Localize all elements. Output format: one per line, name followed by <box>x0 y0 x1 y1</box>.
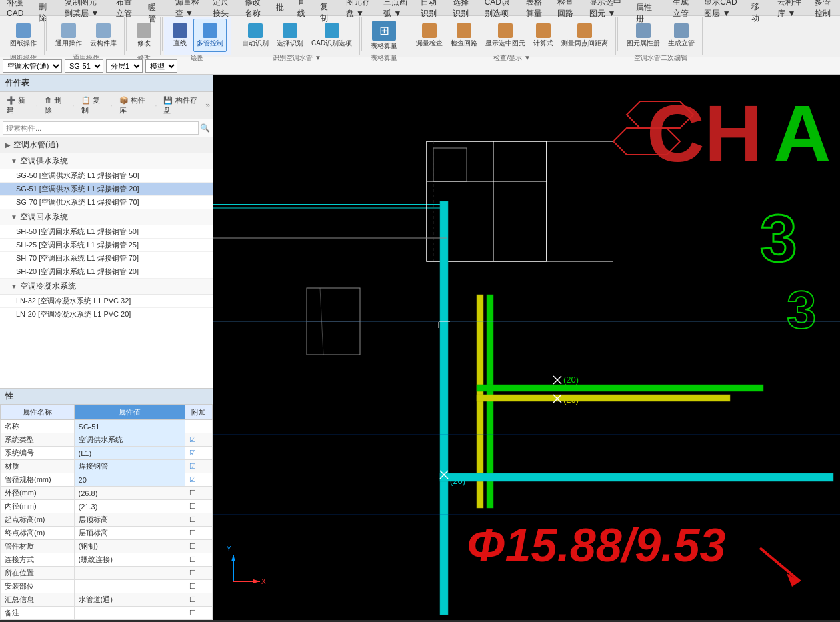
tb-btn-drawings[interactable]: 图纸操作 <box>7 19 40 52</box>
tree-item-sg50[interactable]: SG-50 [空调供水系统 L1 焊接钢管 50] <box>0 169 213 183</box>
prop-label-inner: 内径(mm) <box>1 500 75 513</box>
tb-btn-calc-expr[interactable]: 计算式 <box>530 19 557 52</box>
menu-buchang-cad[interactable]: 补强CAD <box>3 0 29 19</box>
btn-new[interactable]: ➕ 新建 <box>3 94 33 117</box>
menu-bar: 补强CAD C删除 复制图元到某层 ▼ 布置立管 冷暖管 漏量检查 ▼ 定尺接头… <box>0 0 840 16</box>
prop-value-notes[interactable] <box>74 607 185 620</box>
btn-component-lib[interactable]: 📦 构件库 <box>115 94 152 117</box>
tree-item-ln20[interactable]: LN-20 [空调冷凝水系统 L1 PVC 20] <box>0 308 213 321</box>
btn-copy[interactable]: 📋 复制 <box>77 94 108 117</box>
tree-item-sh25[interactable]: SH-25 [空调回水系统 L1 焊接钢管 25] <box>0 239 213 252</box>
sep4 <box>233 17 233 51</box>
toolbar-group-drawings: 图纸操作 图纸操作 <box>3 17 45 55</box>
prop-value-syscode[interactable]: (L1) <box>74 447 185 460</box>
prop-value-outer: (26.8) <box>74 487 185 500</box>
tb-btn-show-sel[interactable]: 显示选中图元 <box>482 19 529 52</box>
tb-btn-multipipe[interactable]: 多管控制 <box>193 19 227 52</box>
tree-cat-supply[interactable]: ▼ 空调供水系统 <box>0 153 213 169</box>
checkbox-material[interactable]: ☑ <box>189 462 196 470</box>
menu-multi-pipe[interactable]: 多管控制 <box>811 0 837 21</box>
prop-label-start-elev: 起点标高(m) <box>1 513 75 527</box>
prop-row-systype: 系统类型 空调供水系统 ☑ <box>1 433 213 447</box>
checkbox-end-elev[interactable]: ☐ <box>189 529 196 537</box>
panel-expand-btn[interactable]: » <box>205 101 210 110</box>
tree-item-sh50[interactable]: SH-50 [空调回水系统 L1 焊接钢管 50] <box>0 225 213 239</box>
checkbox-connect[interactable]: ☐ <box>189 555 196 563</box>
checkbox-start-elev[interactable]: ☐ <box>189 515 196 523</box>
tree-item-sg51[interactable]: SG-51 [空调供水系统 L1 焊接钢管 20] <box>0 183 213 196</box>
tree-cat-return-label: 空调回水系统 <box>20 211 68 223</box>
prop-value-material[interactable]: 焊接钢管 <box>74 460 185 473</box>
tb-btn-sel-rec[interactable]: 选择识别 <box>273 19 307 52</box>
prop-extra-notes: ☐ <box>185 607 213 620</box>
tb-btn-line[interactable]: 直线 <box>168 19 192 52</box>
checkbox-diameter[interactable]: ☑ <box>189 475 196 483</box>
layer-select[interactable]: 分层1 <box>106 59 143 73</box>
prop-value-diameter[interactable]: 20 <box>74 473 185 487</box>
svg-rect-14 <box>440 473 833 481</box>
cad-svg: CH A 3 3 <box>213 75 840 620</box>
tree-cat-return[interactable]: ▼ 空调回水系统 <box>0 209 213 225</box>
svg-text:A: A <box>773 89 831 178</box>
cad-canvas[interactable]: CH A 3 3 <box>213 75 840 620</box>
menu-c-move[interactable]: C移动 <box>747 0 768 25</box>
checkbox-inner[interactable]: ☐ <box>189 502 196 510</box>
tb-btn-sec2[interactable]: 生成立管 <box>665 19 698 52</box>
prop-row-name: 名称 SG-51 <box>1 420 213 433</box>
tb-btn-check-leak[interactable]: 漏量检查 <box>413 19 446 52</box>
tb-btn-table-calc[interactable]: ⊞ 表格算量 <box>367 19 401 52</box>
tb-btn-sec1[interactable]: 图元属性册 <box>623 19 663 52</box>
tree-cat-condensate[interactable]: ▼ 空调冷凝水系统 <box>0 279 213 295</box>
btn-save-component[interactable]: 💾 构件存盘 <box>159 94 203 117</box>
prop-value-name[interactable]: SG-51 <box>74 420 185 433</box>
tb-btn-cad-options[interactable]: CAD识别选项 <box>308 19 355 52</box>
tb-btn-general2[interactable]: 云构件库 <box>87 19 120 52</box>
menu-show-cad-layer[interactable]: 显示CAD图层 ▼ <box>700 0 742 21</box>
prop-extra-end-elev: ☐ <box>185 527 213 540</box>
tree-item-sh20[interactable]: SH-20 [空调回水系统 L1 焊接钢管 20] <box>0 265 213 279</box>
prop-extra-fitting-mat: ☐ <box>185 540 213 553</box>
prop-extra-systype: ☑ <box>185 433 213 447</box>
prop-row-material: 材质 焊接钢管 ☑ <box>1 460 213 473</box>
prop-label-install: 安装部位 <box>1 580 75 593</box>
props-col-header-value: 属性值 <box>74 405 185 420</box>
checkbox-syscode[interactable]: ☑ <box>189 449 196 457</box>
prop-extra-syscode: ☑ <box>185 447 213 460</box>
tree-root[interactable]: ▶ 空调水管(通) <box>0 137 213 153</box>
pipe-code-select[interactable]: SG-51 <box>65 59 103 73</box>
checkbox-fitting-mat[interactable]: ☐ <box>189 542 196 550</box>
tree-root-label: 空调水管(通) <box>13 139 59 151</box>
tb-btn-modify1[interactable]: 修改 <box>132 19 156 52</box>
prop-value-install[interactable] <box>74 580 185 593</box>
tb-btn-auto-rec[interactable]: 自动识别 <box>239 19 272 52</box>
checkbox-install[interactable]: ☐ <box>189 582 196 590</box>
tb-btn-check-loop[interactable]: 检查回路 <box>447 19 481 52</box>
prop-extra-start-elev: ☐ <box>185 513 213 527</box>
menu-cloud-lib[interactable]: 云构件库 ▼ <box>773 0 805 21</box>
tree-root-arrow: ▶ <box>5 141 11 149</box>
svg-rect-16 <box>477 395 730 401</box>
checkbox-outer[interactable]: ☐ <box>189 489 196 497</box>
pipe-type-select[interactable]: 空调水管(通) <box>3 59 62 73</box>
tree-item-sh70[interactable]: SH-70 [空调回水系统 L1 焊接钢管 70] <box>0 252 213 265</box>
mode-select[interactable]: 模型 <box>145 59 177 73</box>
prop-value-systype[interactable]: 空调供水系统 <box>74 433 185 447</box>
checkbox-systype[interactable]: ☑ <box>189 435 196 443</box>
prop-value-fitting-mat: (钢制) <box>74 540 185 553</box>
tree-item-sg70[interactable]: SG-70 [空调供水系统 L1 焊接钢管 70] <box>0 196 213 209</box>
btn-delete[interactable]: 🗑 删除 <box>41 94 69 117</box>
checkbox-summary[interactable]: ☐ <box>189 595 196 603</box>
checkbox-notes[interactable]: ☐ <box>189 609 196 617</box>
search-input[interactable] <box>3 121 199 135</box>
tb-btn-measure-dist[interactable]: 测量两点间距离 <box>558 19 611 52</box>
checkbox-location[interactable]: ☐ <box>189 569 196 577</box>
tb-btn-general1[interactable]: 通用操作 <box>52 19 85 52</box>
menu-batch[interactable]: 批 <box>272 1 288 15</box>
sep1 <box>46 17 47 51</box>
tree-item-ln32[interactable]: LN-32 [空调冷凝水系统 L1 PVC 32] <box>0 295 213 308</box>
tree-cat-supply-label: 空调供水系统 <box>20 155 68 167</box>
prop-label-syscode: 系统编号 <box>1 447 75 460</box>
prop-value-location[interactable] <box>74 567 185 580</box>
left-panel: 件件表 ➕ 新建 · 🗑 删除 · 📋 复制 · 📦 构件库 · 💾 构件存盘 … <box>0 75 213 620</box>
prop-row-connect: 连接方式 (螺纹连接) ☐ <box>1 553 213 567</box>
